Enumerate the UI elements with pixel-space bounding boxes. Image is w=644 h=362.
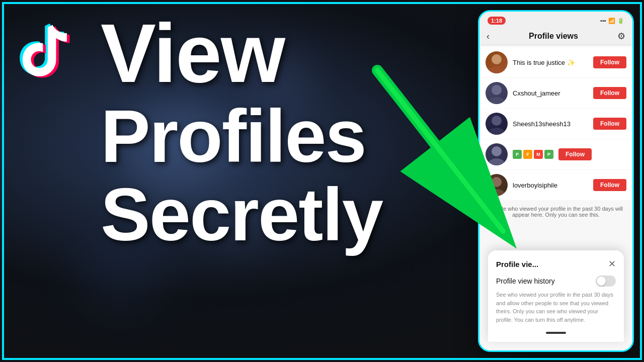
avatar bbox=[486, 174, 508, 196]
settings-icon[interactable]: ⚙ bbox=[617, 31, 625, 42]
modal-description: See who viewed your profile in the past … bbox=[496, 291, 616, 324]
modal-header: Profile vie... ✕ bbox=[496, 258, 616, 269]
list-item: Cxshout_jameer Follow bbox=[479, 78, 632, 108]
badge-m: M bbox=[534, 150, 543, 159]
title-line2: Profiles bbox=[101, 97, 382, 175]
badge-row: P F M P bbox=[513, 150, 553, 159]
list-item: loverboyisiphile Follow bbox=[479, 170, 632, 200]
username: Sheesh13sheesh13 bbox=[513, 120, 588, 128]
follow-button[interactable]: Follow bbox=[593, 56, 626, 68]
signal-icon: ▪▪▪ bbox=[600, 18, 606, 24]
modal-close-button[interactable]: ✕ bbox=[608, 258, 616, 269]
username: loverboyisiphile bbox=[513, 182, 588, 189]
app-header: ‹ Profile views ⚙ bbox=[479, 28, 632, 45]
svg-point-6 bbox=[489, 128, 505, 135]
svg-point-5 bbox=[492, 116, 502, 126]
header-title: Profile views bbox=[529, 32, 578, 41]
toggle-knob bbox=[597, 277, 606, 286]
blur-info-text: People who viewed your profile in the pa… bbox=[479, 201, 632, 223]
badge-f: F bbox=[523, 150, 532, 159]
modal-setting-row: Profile view history bbox=[496, 276, 616, 287]
svg-point-4 bbox=[489, 97, 505, 104]
avatar bbox=[486, 113, 508, 135]
modal-setting-label: Profile view history bbox=[496, 277, 555, 285]
phone-container: 1:18 ▪▪▪ 📶 🔋 ‹ Profile views ⚙ This is t… bbox=[478, 10, 634, 352]
title-line1: View bbox=[101, 10, 382, 97]
follow-button[interactable]: Follow bbox=[593, 87, 626, 99]
username: This is true justice ✨ bbox=[513, 59, 588, 66]
svg-point-9 bbox=[492, 177, 502, 187]
svg-point-3 bbox=[492, 85, 502, 95]
modal-title: Profile vie... bbox=[496, 260, 538, 268]
profile-view-toggle[interactable] bbox=[596, 276, 616, 287]
badge-p: P bbox=[513, 150, 522, 159]
svg-point-2 bbox=[489, 66, 505, 73]
list-item: This is true justice ✨ Follow bbox=[479, 47, 632, 77]
phone-screen: 1:18 ▪▪▪ 📶 🔋 ‹ Profile views ⚙ This is t… bbox=[478, 10, 634, 352]
status-time: 1:18 bbox=[488, 17, 506, 25]
status-bar: 1:18 ▪▪▪ 📶 🔋 bbox=[479, 12, 632, 28]
follow-button[interactable]: Follow bbox=[593, 118, 626, 130]
svg-point-7 bbox=[492, 146, 502, 156]
back-button[interactable]: ‹ bbox=[487, 31, 490, 42]
svg-point-8 bbox=[489, 158, 505, 165]
avatar bbox=[486, 143, 508, 165]
username: Cxshout_jameer bbox=[513, 89, 588, 97]
status-icons: ▪▪▪ 📶 🔋 bbox=[600, 18, 624, 24]
title-line3: Secretly bbox=[101, 175, 382, 253]
modal-drag-handle bbox=[546, 332, 566, 334]
list-item: Sheesh13sheesh13 Follow bbox=[479, 109, 632, 139]
badge-p2: P bbox=[544, 150, 553, 159]
avatar bbox=[486, 51, 508, 73]
bottom-modal: Profile vie... ✕ Profile view history Se… bbox=[488, 250, 624, 342]
svg-point-1 bbox=[492, 54, 502, 64]
avatar bbox=[486, 82, 508, 104]
main-title: View Profiles Secretly bbox=[101, 10, 382, 253]
tiktok-logo bbox=[15, 15, 86, 85]
list-item: P F M P Follow bbox=[479, 139, 632, 169]
follow-button[interactable]: Follow bbox=[558, 148, 592, 160]
follow-button[interactable]: Follow bbox=[593, 179, 626, 191]
battery-icon: 🔋 bbox=[617, 18, 624, 24]
svg-point-10 bbox=[489, 189, 505, 196]
wifi-icon: 📶 bbox=[608, 18, 615, 24]
